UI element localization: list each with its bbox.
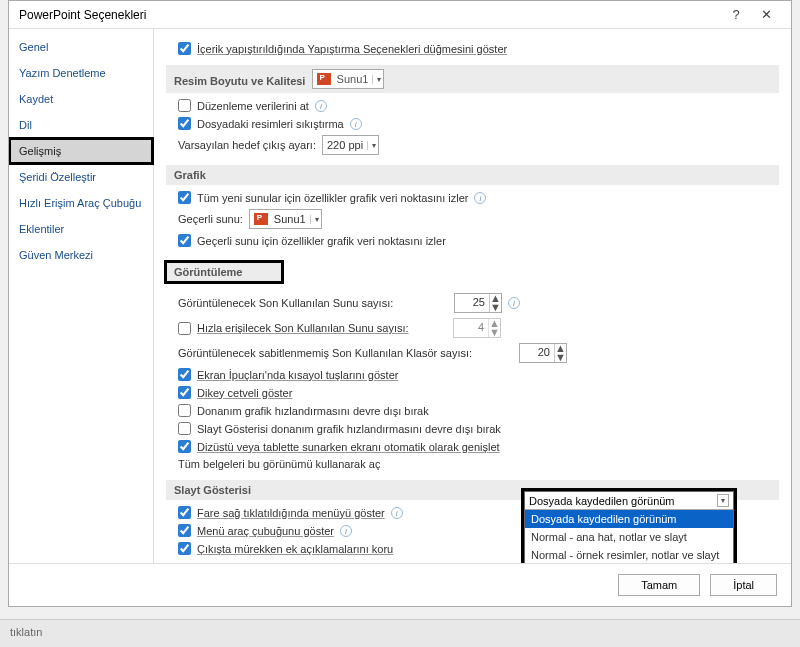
info-icon[interactable] <box>391 507 403 519</box>
image-presentation-combo[interactable]: Sunu1 ▾ <box>312 69 385 89</box>
close-button[interactable]: ✕ <box>751 7 781 22</box>
info-icon[interactable] <box>508 297 520 309</box>
recent-folders-label: Görüntülenecek sabitlenmemiş Son Kullanı… <box>178 347 513 359</box>
sidebar-item-customize-ribbon[interactable]: Şeridi Özelleştir <box>9 164 153 190</box>
auto-extend-label: Dizüstü veya tablette sunarken ekranı ot… <box>197 441 500 453</box>
section-display: Görüntüleme <box>166 262 282 282</box>
info-icon[interactable] <box>474 192 486 204</box>
default-res-combo[interactable]: 220 ppi ▾ <box>322 135 379 155</box>
dialog-footer: Tamam İptal <box>9 563 791 606</box>
chevron-down-icon: ▾ <box>372 75 381 84</box>
chevron-down-icon: ▾ <box>717 494 729 507</box>
dropdown-option[interactable]: Normal - örnek resimler, notlar ve slayt <box>525 546 733 563</box>
ok-button[interactable]: Tamam <box>618 574 700 596</box>
content-pane: İçerik yapıştırıldığında Yapıştırma Seçe… <box>154 29 791 563</box>
sidebar-item-quick-access[interactable]: Hızlı Erişim Araç Çubuğu <box>9 190 153 216</box>
recent-pres-spinner[interactable]: 25 ▲▼ <box>454 293 502 313</box>
chevron-down-icon: ▾ <box>367 141 376 150</box>
open-view-dropdown[interactable]: Dosyada kaydedilen görünüm ▾ Dosyada kay… <box>524 491 734 563</box>
chevron-down-icon: ▾ <box>310 215 319 224</box>
info-icon[interactable] <box>350 118 362 130</box>
help-button[interactable]: ? <box>721 7 751 22</box>
dropdown-selected[interactable]: Dosyada kaydedilen görünüm ▾ <box>525 492 733 510</box>
shortcuts-checkbox[interactable] <box>178 368 191 381</box>
discard-edit-checkbox[interactable] <box>178 99 191 112</box>
chart-all-new-label: Tüm yeni sunular için özellikler grafik … <box>197 192 468 204</box>
dropdown-option[interactable]: Dosyada kaydedilen görünüm <box>525 510 733 528</box>
powerpoint-icon <box>317 73 331 85</box>
cancel-button[interactable]: İptal <box>710 574 777 596</box>
shortcuts-label: Ekran İpuçları'nda kısayol tuşlarını gös… <box>197 369 398 381</box>
status-text: tıklatın <box>10 626 42 638</box>
open-view-label: Tüm belgeleri bu görünümü kullanarak aç <box>178 458 380 470</box>
spinner-arrows[interactable]: ▲▼ <box>488 319 500 337</box>
dialog-body: Genel Yazım Denetleme Kaydet Dil Gelişmi… <box>9 29 791 563</box>
sidebar-item-trust-center[interactable]: Güven Merkezi <box>9 242 153 268</box>
hw-accel-checkbox[interactable] <box>178 404 191 417</box>
auto-extend-checkbox[interactable] <box>178 440 191 453</box>
compress-label: Dosyadaki resimleri sıkıştırma <box>197 118 344 130</box>
sidebar-item-language[interactable]: Dil <box>9 112 153 138</box>
paste-options-label: İçerik yapıştırıldığında Yapıştırma Seçe… <box>197 43 507 55</box>
quick-access-checkbox[interactable] <box>178 322 191 335</box>
info-icon[interactable] <box>340 525 352 537</box>
dropdown-option[interactable]: Normal - ana hat, notlar ve slayt <box>525 528 733 546</box>
default-res-label: Varsayılan hedef çıkış ayarı: <box>178 139 316 151</box>
right-click-menu-checkbox[interactable] <box>178 506 191 519</box>
slideshow-hw-checkbox[interactable] <box>178 422 191 435</box>
slideshow-hw-label: Slayt Gösterisi donanım grafik hızlandır… <box>197 423 501 435</box>
chart-current-checkbox[interactable] <box>178 234 191 247</box>
options-dialog: PowerPoint Seçenekleri ? ✕ Genel Yazım D… <box>8 0 792 607</box>
vertical-ruler-checkbox[interactable] <box>178 386 191 399</box>
discard-edit-label: Düzenleme verilerini at <box>197 100 309 112</box>
sidebar-item-general[interactable]: Genel <box>9 34 153 60</box>
compress-checkbox[interactable] <box>178 117 191 130</box>
category-sidebar: Genel Yazım Denetleme Kaydet Dil Gelişmi… <box>9 29 154 563</box>
recent-pres-label: Görüntülenecek Son Kullanılan Sunu sayıs… <box>178 297 448 309</box>
keep-ink-label: Çıkışta mürekken ek açıklamalarını koru <box>197 543 393 555</box>
sidebar-item-addins[interactable]: Eklentiler <box>9 216 153 242</box>
dialog-title: PowerPoint Seçenekleri <box>19 8 721 22</box>
vertical-ruler-label: Dikey cetveli göster <box>197 387 292 399</box>
show-toolbar-checkbox[interactable] <box>178 524 191 537</box>
section-image-size: Resim Boyutu ve Kalitesi Sunu1 ▾ <box>166 65 779 93</box>
powerpoint-icon <box>254 213 268 225</box>
spinner-arrows[interactable]: ▲▼ <box>554 344 566 362</box>
quick-access-spinner[interactable]: 4 ▲▼ <box>453 318 501 338</box>
chart-current-check-label: Geçerli sunu için özellikler grafik veri… <box>197 235 446 247</box>
section-chart: Grafik <box>166 165 779 185</box>
keep-ink-checkbox[interactable] <box>178 542 191 555</box>
show-toolbar-label: Menü araç çubuğunu göster <box>197 525 334 537</box>
chart-all-new-checkbox[interactable] <box>178 191 191 204</box>
spinner-arrows[interactable]: ▲▼ <box>489 294 501 312</box>
hw-accel-label: Donanım grafik hızlandırmasını devre dış… <box>197 405 429 417</box>
paste-options-checkbox[interactable] <box>178 42 191 55</box>
right-click-menu-label: Fare sağ tıklatıldığında menüyü göster <box>197 507 385 519</box>
quick-access-label: Hızla erişilecek Son Kullanılan Sunu say… <box>197 322 447 334</box>
status-bar: tıklatın <box>0 619 800 647</box>
sidebar-item-proofing[interactable]: Yazım Denetleme <box>9 60 153 86</box>
sidebar-item-advanced[interactable]: Gelişmiş <box>9 138 153 164</box>
sidebar-item-save[interactable]: Kaydet <box>9 86 153 112</box>
recent-folders-spinner[interactable]: 20 ▲▼ <box>519 343 567 363</box>
chart-current-label: Geçerli sunu: <box>178 213 243 225</box>
chart-presentation-combo[interactable]: Sunu1 ▾ <box>249 209 322 229</box>
info-icon[interactable] <box>315 100 327 112</box>
titlebar: PowerPoint Seçenekleri ? ✕ <box>9 1 791 29</box>
